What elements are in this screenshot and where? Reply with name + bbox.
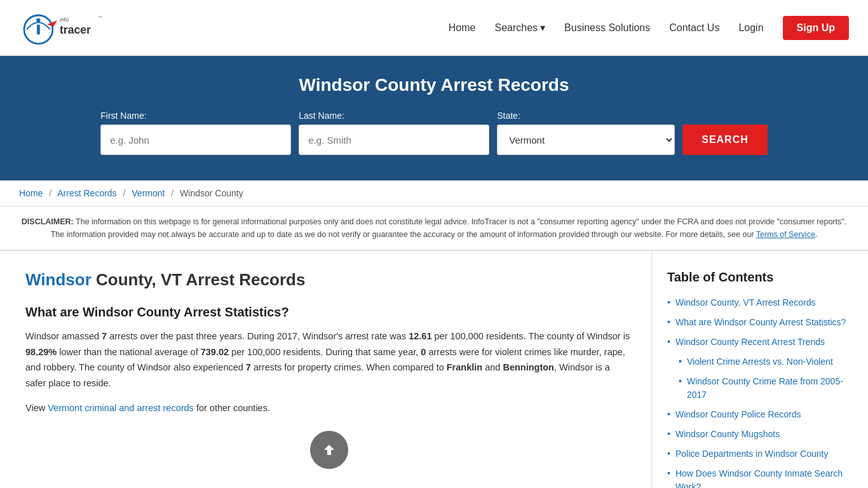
toc-item: Violent Crime Arrests vs. Non-Violent [667,355,853,369]
stat-rate: 12.61 [409,331,431,341]
svg-text:™: ™ [98,15,102,20]
disclaimer-label: DISCLAIMER: [22,217,74,226]
first-name-group: First Name: [100,111,291,155]
toc-list: Windsor County, VT Arrest RecordsWhat ar… [667,296,853,488]
state-select[interactable]: Vermont Alabama Alaska Arizona Arkansas … [497,125,675,155]
article-title-highlight: Windsor [25,270,92,289]
scroll-to-top-button[interactable] [310,431,348,469]
toc-link[interactable]: Windsor County Recent Arrest Trends [675,336,825,349]
breadcrumb-home[interactable]: Home [19,188,43,198]
first-name-label: First Name: [100,111,146,121]
disclaimer-text: The information on this webpage is for g… [51,217,847,239]
signup-button[interactable]: Sign Up [783,16,849,40]
section1-title: What are Windsor County Arrest Statistic… [25,305,632,320]
disclaimer: DISCLAIMER: The information on this webp… [0,207,868,251]
stat-arrests: 7 [102,331,107,341]
article-paragraph2: View Vermont criminal and arrest records… [25,400,632,416]
last-name-input[interactable] [299,125,489,155]
stat-franklin: Franklin [447,362,482,372]
nav-contact-us[interactable]: Contact Us [669,22,719,34]
breadcrumb-vermont[interactable]: Vermont [132,188,165,198]
state-label: State: [497,111,520,121]
toc-link[interactable]: How Does Windsor County Inmate Search Wo… [675,467,853,488]
stat-property: 7 [246,362,251,372]
nav: Home Searches ▾ Business Solutions Conta… [449,16,849,40]
last-name-group: Last Name: [299,111,489,155]
toc-link[interactable]: What are Windsor County Arrest Statistic… [675,316,846,329]
breadcrumb-current: Windsor County [180,188,243,198]
last-name-label: Last Name: [299,111,344,121]
svg-point-1 [36,18,40,22]
toc-link[interactable]: Windsor County Crime Rate from 2005-2017 [687,375,853,402]
search-button[interactable]: SEARCH [682,125,768,155]
chevron-down-icon: ▾ [540,22,545,34]
first-name-input[interactable] [100,125,291,155]
search-form: First Name: Last Name: State: Vermont Al… [13,111,855,155]
logo: tracer info ™ [19,9,121,47]
scroll-area [25,424,632,475]
toc-item: Windsor County Recent Arrest Trends [667,336,853,349]
toc-link[interactable]: Violent Crime Arrests vs. Non-Violent [687,355,833,369]
breadcrumb-sep-3: / [171,188,173,198]
state-group: State: Vermont Alabama Alaska Arizona Ar… [497,111,675,155]
breadcrumb-sep-2: / [123,188,126,198]
sidebar: Table of Contents Windsor County, VT Arr… [652,251,868,488]
svg-text:info: info [60,16,69,22]
hero-section: Windsor County Arrest Records First Name… [0,56,868,180]
toc-item: Windsor County, VT Arrest Records [667,296,853,309]
toc-item: Windsor County Mugshots [667,428,853,441]
nav-home[interactable]: Home [449,22,476,34]
nav-searches[interactable]: Searches ▾ [494,22,545,34]
toc-item: Windsor County Police Records [667,408,853,421]
svg-rect-2 [37,24,40,34]
stat-bennington: Bennington [503,362,554,372]
vermont-records-link[interactable]: Vermont criminal and arrest records [48,403,194,413]
article: Windsor County, VT Arrest Records What a… [0,251,652,488]
svg-text:tracer: tracer [60,23,91,36]
toc-link[interactable]: Police Departments in Windsor County [675,447,828,461]
page-title: Windsor County Arrest Records [13,75,855,95]
terms-link[interactable]: Terms of Service [756,230,815,239]
header: tracer info ™ Home Searches ▾ Business S… [0,0,868,56]
article-title: Windsor County, VT Arrest Records [25,270,632,290]
toc-link[interactable]: Windsor County Police Records [675,408,801,421]
main-content: Windsor County, VT Arrest Records What a… [0,251,868,488]
stat-percent: 98.29% [25,347,57,357]
toc-title: Table of Contents [667,270,853,285]
login-button[interactable]: Login [738,22,763,34]
toc-link[interactable]: Windsor County Mugshots [675,428,780,441]
toc-link[interactable]: Windsor County, VT Arrest Records [675,296,815,309]
toc-item: Windsor County Crime Rate from 2005-2017 [667,375,853,402]
article-paragraph1: Windsor amassed 7 arrests over the past … [25,329,632,391]
stat-national: 739.02 [201,347,229,357]
article-title-rest: County, VT Arrest Records [92,270,306,289]
breadcrumb: Home / Arrest Records / Vermont / Windso… [0,180,868,207]
nav-business-solutions[interactable]: Business Solutions [564,22,650,34]
toc-item: How Does Windsor County Inmate Search Wo… [667,467,853,488]
toc-item: Police Departments in Windsor County [667,447,853,461]
breadcrumb-sep-1: / [49,188,51,198]
toc-item: What are Windsor County Arrest Statistic… [667,316,853,329]
breadcrumb-arrest-records[interactable]: Arrest Records [57,188,116,198]
